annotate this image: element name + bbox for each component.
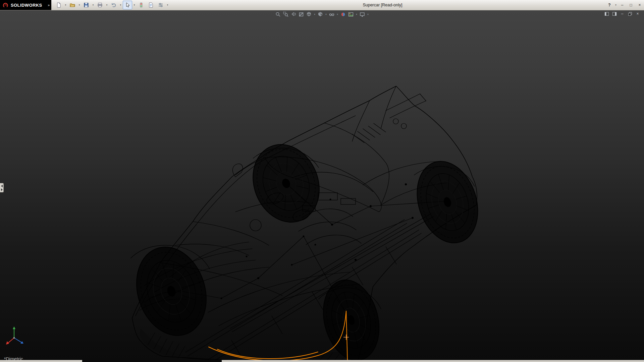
hide-show-glasses-icon xyxy=(329,12,334,17)
undo-dropdown[interactable]: ▾ xyxy=(119,1,122,9)
new-document-icon xyxy=(56,2,61,8)
pane-right-button[interactable] xyxy=(611,11,618,16)
display-style-button[interactable] xyxy=(317,11,324,18)
print-button[interactable] xyxy=(95,1,105,9)
help-button[interactable]: ? xyxy=(605,0,614,10)
open-dropdown[interactable]: ▾ xyxy=(77,1,81,9)
new-button[interactable] xyxy=(54,1,63,9)
doc-minimize-button[interactable]: – xyxy=(619,11,625,16)
apply-scene-icon xyxy=(348,12,354,17)
heads-up-view-toolbar: ▾ ▾ ▾ xyxy=(274,11,370,18)
rebuild-stoplight-icon xyxy=(139,2,144,8)
wireframe-car-model xyxy=(0,10,644,360)
restore-icon xyxy=(628,12,632,16)
select-cursor-icon xyxy=(125,2,130,8)
zoom-to-area-button[interactable] xyxy=(282,11,289,18)
save-dropdown[interactable]: ▾ xyxy=(91,1,95,9)
save-floppy-icon xyxy=(84,2,89,8)
main-toolbar: ▾ ▾ ▾ xyxy=(54,1,169,9)
display-style-icon xyxy=(318,12,323,17)
zoom-to-area-icon xyxy=(283,12,288,17)
document-title: Supercar [Read-only] xyxy=(363,0,402,10)
pane-left-button[interactable] xyxy=(604,11,610,16)
titlebar: SOLIDWORKS » ▾ ▾ xyxy=(0,0,644,10)
section-view-button[interactable] xyxy=(298,11,305,18)
orientation-triad[interactable] xyxy=(3,326,30,349)
menu-expand-icon[interactable]: » xyxy=(46,0,52,10)
view-orientation-button[interactable] xyxy=(305,11,313,18)
display-style-dropdown[interactable]: ▾ xyxy=(324,11,328,18)
graphics-viewport[interactable]: ▾ ▾ ▾ xyxy=(0,10,644,360)
previous-view-button[interactable] xyxy=(290,11,297,18)
taskbar-strip xyxy=(0,360,644,362)
options-button[interactable] xyxy=(156,1,165,9)
edit-appearance-sphere-icon xyxy=(340,12,346,17)
rebuild-button[interactable] xyxy=(137,1,146,9)
solidworks-logo: SOLIDWORKS xyxy=(0,0,46,10)
new-dropdown[interactable]: ▾ xyxy=(64,1,67,9)
select-tool-button[interactable] xyxy=(123,1,132,9)
save-button[interactable] xyxy=(82,1,91,9)
view-settings-icon xyxy=(360,12,365,17)
view-orientation-dropdown[interactable]: ▾ xyxy=(313,11,316,18)
pane-right-icon xyxy=(612,12,617,16)
previous-view-icon xyxy=(291,12,296,17)
edit-appearance-button[interactable] xyxy=(339,11,347,18)
maximize-button[interactable]: □ xyxy=(627,0,635,10)
section-view-icon xyxy=(299,12,304,17)
hide-show-items-button[interactable] xyxy=(328,11,335,18)
view-orientation-label: *Dimetric xyxy=(4,356,23,360)
apply-scene-dropdown[interactable]: ▾ xyxy=(355,11,358,18)
hide-show-items-dropdown[interactable]: ▾ xyxy=(336,11,339,18)
open-folder-icon xyxy=(70,2,75,8)
window-controls: ? ▾ – □ × xyxy=(605,0,644,10)
pane-left-icon xyxy=(604,12,609,16)
solidworks-logo-icon xyxy=(3,2,9,8)
doc-close-button[interactable]: × xyxy=(635,11,641,16)
view-settings-button[interactable] xyxy=(359,11,366,18)
close-button[interactable]: × xyxy=(635,0,644,10)
minimize-button[interactable]: – xyxy=(618,0,627,10)
featuremanager-collapse-tab[interactable] xyxy=(0,183,4,192)
file-properties-button[interactable] xyxy=(146,1,156,9)
print-dropdown[interactable]: ▾ xyxy=(105,1,109,9)
apply-scene-button[interactable] xyxy=(347,11,355,18)
solidworks-window: SOLIDWORKS » ▾ ▾ xyxy=(0,0,644,362)
select-dropdown[interactable]: ▾ xyxy=(132,1,136,9)
open-button[interactable] xyxy=(68,1,77,9)
view-orientation-cube-icon xyxy=(306,12,312,17)
taskbar-dark-segment xyxy=(82,360,222,362)
zoom-to-fit-button[interactable] xyxy=(274,11,282,18)
help-dropdown[interactable]: ▾ xyxy=(614,4,618,6)
options-sliders-icon xyxy=(158,2,163,8)
file-properties-icon xyxy=(148,2,154,8)
undo-icon xyxy=(111,2,116,8)
document-window-controls: – × xyxy=(604,11,641,16)
options-dropdown[interactable]: ▾ xyxy=(166,1,169,9)
app-name: SOLIDWORKS xyxy=(11,3,42,8)
view-settings-dropdown[interactable]: ▾ xyxy=(366,11,370,18)
collapse-left-icon xyxy=(1,185,3,187)
expand-right-icon xyxy=(1,188,3,191)
print-icon xyxy=(97,2,103,8)
zoom-to-fit-icon xyxy=(275,12,281,17)
doc-restore-button[interactable] xyxy=(627,11,633,16)
undo-button[interactable] xyxy=(109,1,118,9)
